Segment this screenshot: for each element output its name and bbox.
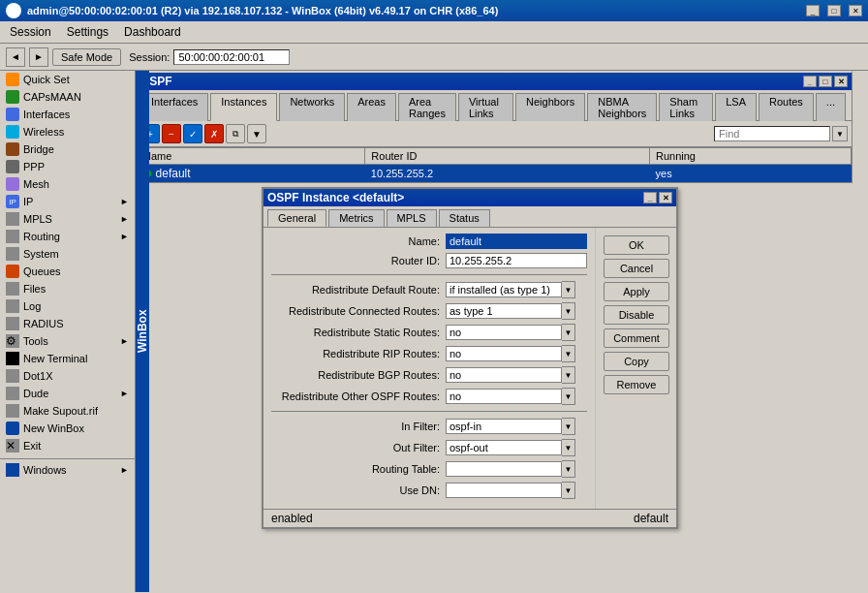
dialog-tab-metrics[interactable]: Metrics <box>328 209 384 227</box>
sidebar-item-files[interactable]: Files <box>0 280 135 297</box>
disable-button[interactable]: ✗ <box>204 124 224 143</box>
sidebar-item-routing[interactable]: Routing ► <box>0 228 135 245</box>
dialog-tab-mpls[interactable]: MPLS <box>387 209 437 227</box>
sidebar-item-capsman[interactable]: CAPsMAAN <box>0 88 135 106</box>
tab-area-ranges[interactable]: Area Ranges <box>398 93 456 121</box>
sidebar-item-make-supout[interactable]: Make Supout.rif <box>0 402 135 420</box>
use-dn-arrow[interactable]: ▼ <box>562 482 575 499</box>
menu-settings[interactable]: Settings <box>61 23 114 41</box>
find-input[interactable] <box>714 126 830 141</box>
menu-session[interactable]: Session <box>4 23 57 41</box>
sidebar-item-system[interactable]: System <box>0 245 135 263</box>
tab-lsa[interactable]: LSA <box>715 93 757 121</box>
sidebar-item-wireless[interactable]: Wireless <box>0 123 135 140</box>
col-running[interactable]: Running <box>650 148 852 165</box>
router-id-input[interactable] <box>446 253 587 268</box>
sidebar-item-new-terminal[interactable]: New Terminal <box>0 350 135 367</box>
redistribute-default-arrow[interactable]: ▼ <box>562 281 575 298</box>
remove-button[interactable]: − <box>162 124 181 143</box>
sidebar-item-log[interactable]: Log <box>0 297 135 315</box>
forward-button[interactable]: ► <box>29 47 48 67</box>
copy-button[interactable]: ⧉ <box>226 124 245 143</box>
tab-instances[interactable]: Instances <box>210 93 277 121</box>
form-row-use-dn: Use DN: ▼ <box>271 482 587 499</box>
tab-virtual-links[interactable]: Virtual Links <box>458 93 513 121</box>
sidebar-item-mesh[interactable]: Mesh <box>0 175 135 193</box>
tab-neighbors[interactable]: Neighbors <box>515 93 585 121</box>
redistribute-rip-arrow[interactable]: ▼ <box>562 345 575 362</box>
redistribute-bgp-arrow[interactable]: ▼ <box>562 366 575 384</box>
in-filter-arrow[interactable]: ▼ <box>562 418 575 435</box>
sidebar-item-quick-set[interactable]: Quick Set <box>0 71 135 88</box>
apply-button[interactable]: Apply <box>604 282 669 301</box>
use-dn-select[interactable] <box>446 483 562 498</box>
tab-routes[interactable]: Routes <box>759 93 814 121</box>
safe-mode-button[interactable]: Safe Mode <box>52 48 121 66</box>
ok-button[interactable]: OK <box>604 235 669 255</box>
menu-dashboard[interactable]: Dashboard <box>118 23 187 41</box>
tab-areas[interactable]: Areas <box>347 93 396 121</box>
table-row[interactable]: default 10.255.255.2 yes <box>138 165 852 183</box>
sidebar-item-queues[interactable]: Queues <box>0 263 135 280</box>
form-row-out-filter: Out Filter: ospf-out ▼ <box>271 439 587 456</box>
redistribute-other-select[interactable]: no <box>446 389 562 404</box>
session-input[interactable] <box>173 49 290 65</box>
enable-button[interactable]: ✓ <box>183 124 202 143</box>
redistribute-other-arrow[interactable]: ▼ <box>562 388 575 405</box>
copy-button[interactable]: Copy <box>604 352 669 371</box>
sidebar-item-dot1x[interactable]: Dot1X <box>0 367 135 385</box>
instance-minimize-button[interactable]: _ <box>643 192 657 203</box>
col-name[interactable]: Name <box>138 148 365 165</box>
sidebar-item-dude[interactable]: Dude ► <box>0 385 135 402</box>
comment-button[interactable]: Comment <box>604 328 669 348</box>
out-filter-select[interactable]: ospf-out <box>446 440 562 455</box>
redistribute-rip-select[interactable]: no <box>446 346 562 361</box>
col-router-id[interactable]: Router ID <box>365 148 650 165</box>
redistribute-connected-arrow[interactable]: ▼ <box>562 302 575 320</box>
filter-button[interactable]: ▼ <box>247 124 266 143</box>
tab-more[interactable]: ... <box>816 93 846 121</box>
sidebar-item-mpls[interactable]: MPLS ► <box>0 210 135 228</box>
redistribute-static-arrow[interactable]: ▼ <box>562 324 575 341</box>
dialog-tab-status[interactable]: Status <box>439 209 490 227</box>
use-dn-wrap: ▼ <box>446 482 575 499</box>
maximize-button[interactable]: □ <box>827 5 841 16</box>
in-filter-select[interactable]: ospf-in <box>446 419 562 434</box>
ospf-minimize-button[interactable]: _ <box>803 76 817 87</box>
cancel-button[interactable]: Cancel <box>604 259 669 278</box>
redistribute-bgp-select[interactable]: no <box>446 367 562 383</box>
sidebar-item-radius[interactable]: RADIUS <box>0 315 135 332</box>
sidebar-item-windows[interactable]: Windows ► <box>0 461 135 479</box>
sidebar-item-tools[interactable]: ⚙ Tools ► <box>0 332 135 350</box>
sidebar-item-interfaces[interactable]: Interfaces <box>0 106 135 123</box>
mpls-icon <box>6 212 19 226</box>
dialog-tab-general[interactable]: General <box>267 209 326 227</box>
redistribute-connected-select[interactable]: as type 1 <box>446 303 562 319</box>
sidebar-item-ip[interactable]: IP IP ► <box>0 193 135 210</box>
tab-sham-links[interactable]: Sham Links <box>659 93 713 121</box>
redistribute-default-select[interactable]: if installed (as type 1) <box>446 282 562 297</box>
ospf-close-button[interactable]: ✕ <box>834 76 848 87</box>
instance-close-button[interactable]: ✕ <box>659 192 672 203</box>
sidebar-label-make-supout: Make Supout.rif <box>23 405 98 417</box>
back-button[interactable]: ◄ <box>6 47 25 67</box>
name-input[interactable] <box>446 234 587 249</box>
ospf-maximize-button[interactable]: □ <box>819 76 832 87</box>
exit-icon: ✕ <box>6 439 19 453</box>
remove-button[interactable]: Remove <box>604 375 669 394</box>
close-button[interactable]: ✕ <box>849 5 862 16</box>
sidebar-item-new-winbox[interactable]: New WinBox <box>0 420 135 437</box>
tab-networks[interactable]: Networks <box>279 93 345 121</box>
sidebar-item-exit[interactable]: ✕ Exit <box>0 437 135 454</box>
find-arrow-button[interactable]: ▼ <box>832 126 848 141</box>
routing-table-select[interactable] <box>446 461 562 477</box>
sidebar-item-ppp[interactable]: PPP <box>0 158 135 175</box>
tab-interfaces[interactable]: Interfaces <box>140 93 208 121</box>
out-filter-arrow[interactable]: ▼ <box>562 439 575 456</box>
routing-table-arrow[interactable]: ▼ <box>562 460 575 478</box>
sidebar-item-bridge[interactable]: Bridge <box>0 140 135 158</box>
redistribute-static-select[interactable]: no <box>446 325 562 340</box>
minimize-button[interactable]: _ <box>806 5 820 16</box>
tab-nbma-neighbors[interactable]: NBMA Neighbors <box>587 93 657 121</box>
disable-button[interactable]: Disable <box>604 305 669 325</box>
